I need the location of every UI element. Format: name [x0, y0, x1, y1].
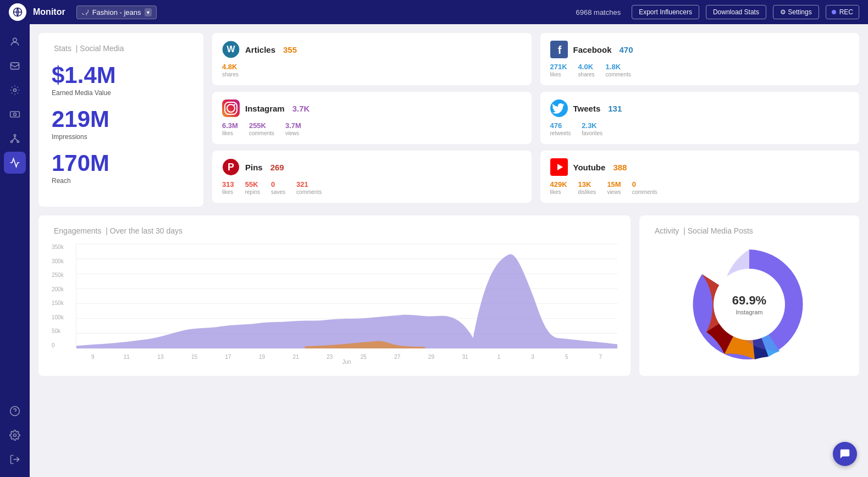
- svg-text:W: W: [226, 45, 235, 54]
- sidebar-item-network[interactable]: [4, 127, 26, 149]
- charts-row: Engagements | Over the last 30 days 350k…: [38, 215, 859, 376]
- reach-label: Reach: [52, 177, 190, 185]
- sidebar-item-help[interactable]: [4, 400, 26, 422]
- chart-svg: [76, 244, 617, 348]
- yt-comments-metric: 0 comments: [632, 180, 657, 195]
- middle-platforms: W Articles 355 4.8K shares: [212, 33, 532, 207]
- instagram-card: Instagram 3.7K 6.3M likes 255K comments …: [212, 92, 532, 144]
- ig-likes-metric: 6.3M likes: [222, 121, 238, 136]
- tweets-card: Tweets 131 476 retweets 2.3K favorites: [540, 92, 860, 144]
- stats-row: Stats | Social Media $1.4M Earned Media …: [38, 33, 859, 207]
- pins-comments-metric: 321 comments: [296, 180, 322, 195]
- svg-rect-2: [11, 63, 19, 69]
- pins-repins-metric: 55K repins: [245, 180, 260, 195]
- rec-button[interactable]: REC: [826, 5, 859, 19]
- sidebar-item-users[interactable]: [4, 31, 26, 53]
- youtube-name: Youtube: [573, 163, 606, 172]
- sidebar-item-activity[interactable]: [4, 152, 26, 174]
- svg-point-11: [14, 434, 16, 437]
- svg-text:P: P: [228, 162, 234, 173]
- yt-dislikes-metric: 13K dislikes: [578, 180, 596, 195]
- yt-likes-metric: 429K likes: [550, 180, 567, 195]
- tweets-name: Tweets: [573, 104, 601, 113]
- app-logo[interactable]: [9, 3, 26, 21]
- rec-indicator: [832, 10, 836, 14]
- donut-percentage: 69.9%: [732, 293, 766, 308]
- pins-likes-metric: 313 likes: [222, 180, 234, 195]
- svg-point-5: [14, 113, 16, 116]
- campaign-caret[interactable]: ▾: [145, 8, 152, 16]
- chart-month-label: Jun: [76, 358, 617, 365]
- pins-count: 269: [270, 163, 284, 172]
- fb-likes-metric: 271K likes: [550, 63, 567, 77]
- svg-rect-4: [10, 112, 20, 117]
- twitter-icon: [550, 99, 568, 117]
- main-content: Stats | Social Media $1.4M Earned Media …: [30, 24, 868, 477]
- yt-views-metric: 15M views: [607, 180, 621, 195]
- svg-point-1: [13, 38, 17, 42]
- campaign-name: Fashion - jeans: [92, 8, 141, 16]
- impressions-label: Impressions: [52, 133, 190, 141]
- engagements-title: Engagements | Over the last 30 days: [52, 226, 617, 235]
- activity-subtitle: | Social Media Posts: [683, 226, 753, 235]
- articles-shares-val: 4.8K: [222, 63, 239, 71]
- svg-point-6: [14, 135, 15, 136]
- sidebar-item-inbox[interactable]: [4, 55, 26, 77]
- wordpress-icon: W: [222, 41, 240, 58]
- app-title: Monitor: [33, 7, 65, 17]
- stats-card: Stats | Social Media $1.4M Earned Media …: [38, 33, 203, 207]
- donut-center: 69.9% Instagram: [732, 293, 766, 315]
- svg-point-8: [17, 141, 19, 142]
- svg-point-18: [234, 104, 235, 106]
- sidebar-item-discover[interactable]: [4, 79, 26, 101]
- donut-container: 69.9% Instagram: [653, 244, 846, 365]
- donut-segment-label: Instagram: [732, 309, 766, 315]
- tw-favorites-metric: 2.3K favorites: [582, 121, 602, 136]
- sidebar-item-budget[interactable]: [4, 103, 26, 125]
- tw-retweets-metric: 476 retweets: [550, 121, 571, 136]
- download-stats-button[interactable]: Download Stats: [706, 5, 766, 19]
- facebook-icon: f: [550, 41, 568, 58]
- articles-count: 355: [283, 45, 297, 54]
- engagements-card: Engagements | Over the last 30 days 350k…: [38, 215, 631, 376]
- stats-subtitle: | Social Media: [76, 44, 124, 53]
- facebook-count: 470: [620, 45, 633, 54]
- pins-name: Pins: [245, 163, 263, 172]
- youtube-card: Youtube 388 429K likes 13K dislikes 15M …: [540, 151, 860, 203]
- articles-card: W Articles 355 4.8K shares: [212, 33, 532, 85]
- svg-point-3: [14, 89, 16, 92]
- chart-body: [76, 244, 617, 348]
- emv-label: Earned Media Value: [52, 89, 190, 97]
- instagram-count: 3.7K: [292, 104, 310, 113]
- articles-shares-metric: 4.8K shares: [222, 63, 239, 77]
- matches-count: 6968 matches: [576, 8, 621, 16]
- pins-saves-metric: 0 saves: [271, 180, 285, 195]
- reach-value: 170M: [52, 152, 190, 175]
- engagements-subtitle: | Over the last 30 days: [106, 226, 183, 235]
- sidebar-item-settings[interactable]: [4, 424, 26, 446]
- pinterest-icon: P: [222, 158, 240, 176]
- settings-button[interactable]: ⚙ Settings: [773, 5, 819, 19]
- right-platforms: f Facebook 470 271K likes 4.0K shares: [540, 33, 860, 207]
- ig-views-metric: 3.7M views: [285, 121, 301, 136]
- campaign-selector[interactable]: Fashion - jeans ▾: [76, 5, 157, 19]
- settings-icon-inline: ⚙: [780, 8, 786, 16]
- tweets-count: 131: [608, 104, 622, 113]
- svg-point-7: [11, 141, 13, 142]
- fb-comments-metric: 1.8K comments: [606, 63, 631, 77]
- chart-yaxis: 350k 300k 250k 200k 150k 100k 50k 0: [52, 244, 74, 348]
- sidebar-item-logout[interactable]: [4, 448, 26, 470]
- chat-bubble[interactable]: [833, 442, 857, 466]
- fb-shares-metric: 4.0K shares: [578, 63, 595, 77]
- export-influencers-button[interactable]: Export Influencers: [632, 5, 699, 19]
- emv-value: $1.4M: [52, 64, 190, 87]
- facebook-card: f Facebook 470 271K likes 4.0K shares: [540, 33, 860, 85]
- sidebar: [0, 24, 30, 477]
- youtube-icon: [550, 158, 568, 176]
- impressions-value: 219M: [52, 108, 190, 131]
- facebook-name: Facebook: [573, 45, 612, 54]
- articles-shares-label: shares: [222, 71, 239, 77]
- instagram-icon: [222, 99, 240, 117]
- ig-comments-metric: 255K comments: [249, 121, 274, 136]
- youtube-count: 388: [613, 163, 627, 172]
